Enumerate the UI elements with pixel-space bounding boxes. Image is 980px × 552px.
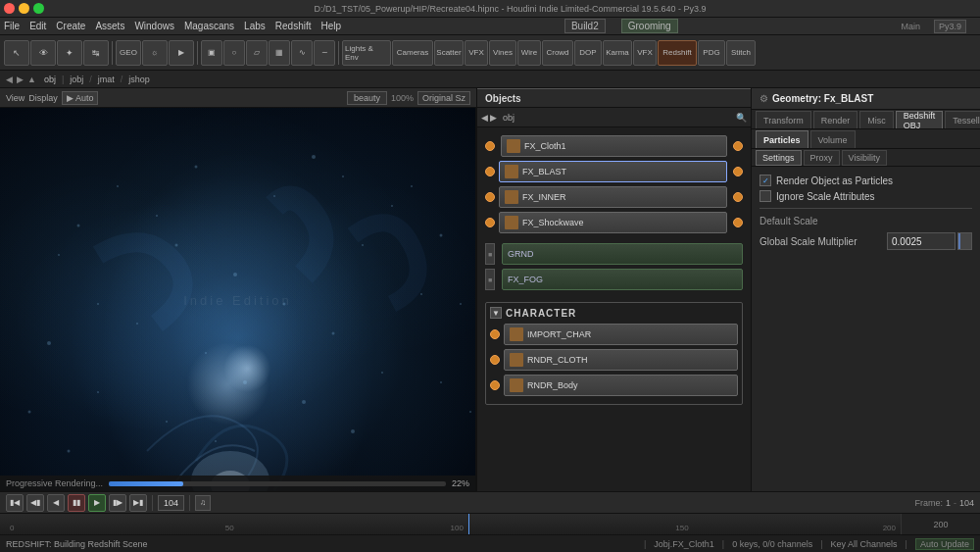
menu-create[interactable]: Create (56, 21, 85, 31)
nav-back[interactable]: ◀ (6, 75, 13, 84)
menu-help[interactable]: Help (320, 21, 341, 31)
play-step-back[interactable]: ◀▮ (26, 494, 44, 512)
tool-karma[interactable]: Karma (603, 40, 632, 66)
tool-select[interactable]: ↖ (4, 40, 29, 66)
tool-dop[interactable]: DOP (574, 40, 602, 66)
nav-up[interactable]: ▲ (27, 75, 36, 84)
nav-jshop[interactable]: jshop (128, 75, 150, 84)
render-as-particles-row: ✓ Render Object as Particles (760, 175, 972, 186)
audio-btn[interactable]: ♫ (195, 495, 211, 511)
tab-render[interactable]: Render (813, 111, 858, 128)
play-back[interactable]: ◀ (47, 494, 65, 512)
menu-magascans[interactable]: Magascans (184, 21, 234, 31)
global-scale-input[interactable]: 0.0025 (887, 232, 956, 250)
geometry-title: Geometry: Fx_BLAST (772, 93, 873, 104)
tool-view[interactable]: 👁 (30, 40, 56, 66)
node-fx-blast[interactable]: FX_BLAST (499, 161, 727, 182)
menu-file[interactable]: File (4, 21, 20, 31)
play-stop[interactable]: ▮▮ (68, 494, 85, 512)
tab-transform[interactable]: Transform (756, 111, 811, 128)
table-row: RNDR_Body (490, 375, 738, 396)
tool-handle[interactable]: ✦ (57, 40, 82, 66)
tool-curve[interactable]: ∿ (291, 40, 313, 66)
tool-rs[interactable]: Redshift (658, 40, 697, 66)
tool-cam[interactable]: ▶ (169, 40, 194, 66)
svg-point-9 (175, 244, 178, 247)
menu-edit[interactable]: Edit (29, 21, 46, 31)
tab-volume[interactable]: Volume (810, 130, 856, 148)
svg-point-1 (195, 166, 198, 169)
node-grnd[interactable]: GRND (502, 243, 743, 265)
node-fx-fog[interactable]: FX_FOG (502, 269, 743, 290)
render-as-particles-checkbox[interactable]: ✓ (760, 175, 771, 186)
play-jump-end[interactable]: ▶▮ (129, 494, 147, 512)
window-controls[interactable] (4, 3, 44, 14)
svg-point-21 (460, 303, 462, 305)
settings-icon[interactable]: ⚙ (760, 93, 768, 104)
menu-redshift[interactable]: Redshift (275, 21, 312, 31)
ng-search[interactable]: 🔍 (736, 113, 747, 123)
menu-windows[interactable]: Windows (134, 21, 174, 31)
node-import-char[interactable]: IMPORT_CHAR (504, 324, 738, 345)
tool-grid[interactable]: ▦ (269, 40, 290, 66)
tool-box[interactable]: ▣ (201, 40, 222, 66)
nav-jmat[interactable]: jmat (98, 75, 115, 84)
tool-crowd[interactable]: Crowd (542, 40, 573, 66)
node-graph-content[interactable]: FX_Cloth1 FX_BLAST (477, 127, 751, 491)
tool-transform[interactable]: ↹ (83, 40, 109, 66)
svg-point-23 (243, 380, 247, 384)
node-fx-shockwave[interactable]: FX_Shockwave (499, 212, 727, 233)
tool-vines[interactable]: Vines (489, 40, 516, 66)
tab-bedshift-obj[interactable]: Bedshift OBJ (896, 111, 944, 128)
ng-nav-back[interactable]: ◀ (481, 113, 488, 123)
play-step-fwd[interactable]: ▮▶ (109, 494, 126, 512)
node-fx-cloth1[interactable]: FX_Cloth1 (501, 135, 727, 157)
node-fx-inner[interactable]: FX_INNER (499, 186, 727, 208)
viewport[interactable]: Indie Edition Progressive Rendering... 2… (0, 108, 476, 491)
menu-labs[interactable]: Labs (244, 21, 266, 31)
tool-geo[interactable]: GEO (116, 40, 141, 66)
nav-jobj[interactable]: jobj (70, 75, 83, 84)
tool-tube[interactable]: ▱ (246, 40, 268, 66)
maximize-button[interactable] (33, 3, 44, 14)
node-rndr-body[interactable]: RNDR_Body (504, 375, 738, 396)
tab-tessell[interactable]: Tessell (945, 111, 980, 128)
tool-wire[interactable]: Wire (517, 40, 541, 66)
play-forward[interactable]: ▶ (88, 494, 106, 512)
node-bypass-fog[interactable]: ■ (485, 269, 495, 290)
ignore-scale-checkbox[interactable] (760, 190, 771, 202)
minimize-button[interactable] (19, 3, 29, 14)
render-menu[interactable]: ▶ Auto (62, 91, 99, 105)
tab-misc[interactable]: Misc (859, 111, 894, 128)
timeline[interactable]: 0 50 100 150 200 200 (0, 513, 980, 534)
tool-light[interactable]: ☼ (142, 40, 168, 66)
sub-tab-visibility[interactable]: Visibility (842, 150, 887, 166)
menu-assets[interactable]: Assets (95, 21, 124, 31)
view-menu[interactable]: View (6, 93, 24, 103)
tool-pdg[interactable]: PDG (698, 40, 725, 66)
tool-stitch[interactable]: Stitch (726, 40, 756, 66)
close-button[interactable] (4, 3, 15, 14)
tool-vfx2[interactable]: VFX (633, 40, 657, 66)
svg-point-20 (332, 332, 335, 335)
tab-particles[interactable]: Particles (756, 130, 808, 148)
original-size[interactable]: Original Sz (417, 91, 470, 105)
tool-scatter[interactable]: Scatter (434, 40, 464, 66)
tool-nurbs[interactable]: ∼ (314, 40, 335, 66)
camera-select[interactable]: beauty (347, 91, 387, 105)
ng-nav-fwd[interactable]: ▶ (490, 113, 497, 123)
sub-tab-settings[interactable]: Settings (756, 150, 802, 166)
tool-lights-area[interactable]: Lights & Env (342, 40, 391, 66)
sub-tab-proxy[interactable]: Proxy (804, 150, 840, 166)
tool-sphere[interactable]: ○ (223, 40, 245, 66)
display-menu[interactable]: Display (28, 93, 58, 103)
tool-vfx[interactable]: VFX (465, 40, 488, 66)
collapse-character-btn[interactable]: ▼ (490, 307, 502, 319)
node-rndr-cloth[interactable]: RNDR_CLOTH (504, 349, 738, 371)
global-scale-slider[interactable] (957, 232, 972, 250)
play-jump-start[interactable]: ▮◀ (6, 494, 24, 512)
node-bypass-grnd[interactable]: ■ (485, 243, 495, 265)
node-input-rndr-body (490, 380, 500, 390)
nav-forward[interactable]: ▶ (17, 75, 24, 84)
tool-cameras-btn[interactable]: Cameras (392, 40, 433, 66)
